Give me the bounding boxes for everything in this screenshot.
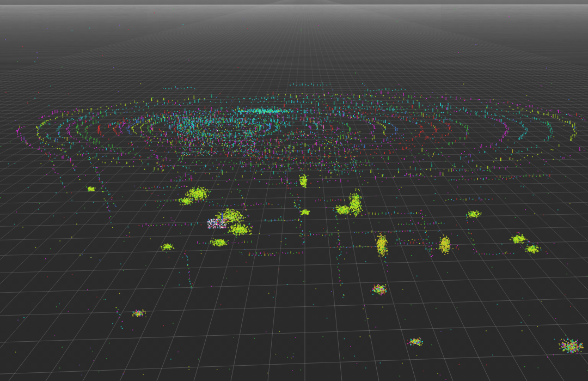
3d-viewport[interactable]: sensor_link: [0, 0, 588, 381]
pointcloud-canvas: [0, 0, 588, 381]
